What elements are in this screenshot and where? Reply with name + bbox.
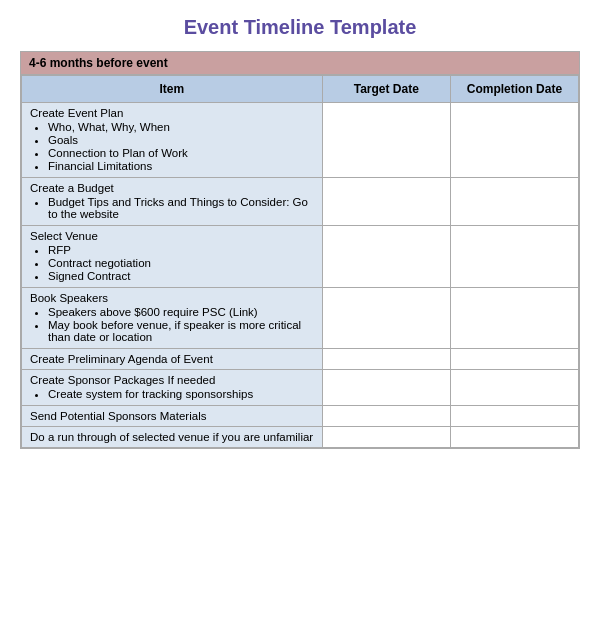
table-row: Create Event PlanWho, What, Why, WhenGoa… (22, 103, 579, 178)
item-cell: Create Sponsor Packages If neededCreate … (22, 370, 323, 406)
col-header-item: Item (22, 76, 323, 103)
item-title: Create Preliminary Agenda of Event (30, 353, 213, 365)
completion-date-cell (450, 406, 578, 427)
table-row: Select VenueRFPContract negotiationSigne… (22, 226, 579, 288)
item-cell: Create Event PlanWho, What, Why, WhenGoa… (22, 103, 323, 178)
page-title: Event Timeline Template (20, 16, 580, 39)
list-item: May book before venue, if speaker is mor… (48, 319, 314, 343)
target-date-cell (322, 103, 450, 178)
list-item: Contract negotiation (48, 257, 314, 269)
target-date-cell (322, 349, 450, 370)
item-cell: Book SpeakersSpeakers above $600 require… (22, 288, 323, 349)
list-item: RFP (48, 244, 314, 256)
target-date-cell (322, 427, 450, 448)
item-title: Send Potential Sponsors Materials (30, 410, 206, 422)
sub-items-list: Budget Tips and Tricks and Things to Con… (30, 196, 314, 220)
table-row: Send Potential Sponsors Materials (22, 406, 579, 427)
item-cell: Send Potential Sponsors Materials (22, 406, 323, 427)
table-row: Create Sponsor Packages If neededCreate … (22, 370, 579, 406)
target-date-cell (322, 288, 450, 349)
timeline-table-wrapper: 4-6 months before event Item Target Date… (20, 51, 580, 449)
table-header-row: Item Target Date Completion Date (22, 76, 579, 103)
list-item: Budget Tips and Tricks and Things to Con… (48, 196, 314, 220)
item-title: Create Sponsor Packages If needed (30, 374, 215, 386)
list-item: Speakers above $600 require PSC (Link) (48, 306, 314, 318)
completion-date-cell (450, 103, 578, 178)
list-item: Create system for tracking sponsorships (48, 388, 314, 400)
list-item: Who, What, Why, When (48, 121, 314, 133)
section-header: 4-6 months before event (21, 52, 579, 75)
item-title: Create Event Plan (30, 107, 123, 119)
item-cell: Create a BudgetBudget Tips and Tricks an… (22, 178, 323, 226)
item-title: Do a run through of selected venue if yo… (30, 431, 313, 443)
target-date-cell (322, 226, 450, 288)
list-item: Goals (48, 134, 314, 146)
completion-date-cell (450, 427, 578, 448)
table-row: Book SpeakersSpeakers above $600 require… (22, 288, 579, 349)
list-item: Connection to Plan of Work (48, 147, 314, 159)
completion-date-cell (450, 370, 578, 406)
table-row: Do a run through of selected venue if yo… (22, 427, 579, 448)
completion-date-cell (450, 226, 578, 288)
timeline-table: Item Target Date Completion Date Create … (21, 75, 579, 448)
target-date-cell (322, 370, 450, 406)
item-cell: Select VenueRFPContract negotiationSigne… (22, 226, 323, 288)
sub-items-list: RFPContract negotiationSigned Contract (30, 244, 314, 282)
col-header-completion: Completion Date (450, 76, 578, 103)
item-title: Select Venue (30, 230, 98, 242)
list-item: Signed Contract (48, 270, 314, 282)
item-cell: Create Preliminary Agenda of Event (22, 349, 323, 370)
table-row: Create Preliminary Agenda of Event (22, 349, 579, 370)
completion-date-cell (450, 349, 578, 370)
item-cell: Do a run through of selected venue if yo… (22, 427, 323, 448)
target-date-cell (322, 178, 450, 226)
sub-items-list: Speakers above $600 require PSC (Link)Ma… (30, 306, 314, 343)
table-row: Create a BudgetBudget Tips and Tricks an… (22, 178, 579, 226)
completion-date-cell (450, 178, 578, 226)
col-header-target: Target Date (322, 76, 450, 103)
sub-items-list: Who, What, Why, WhenGoalsConnection to P… (30, 121, 314, 172)
target-date-cell (322, 406, 450, 427)
sub-items-list: Create system for tracking sponsorships (30, 388, 314, 400)
item-title: Create a Budget (30, 182, 114, 194)
completion-date-cell (450, 288, 578, 349)
list-item: Financial Limitations (48, 160, 314, 172)
item-title: Book Speakers (30, 292, 108, 304)
